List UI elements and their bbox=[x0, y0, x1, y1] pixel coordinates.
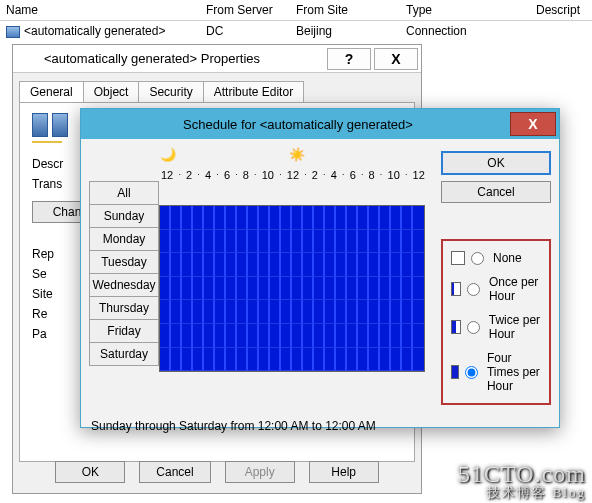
grid-cell[interactable] bbox=[347, 230, 358, 254]
grid-cell[interactable] bbox=[281, 206, 292, 230]
grid-cell[interactable] bbox=[413, 277, 424, 301]
grid-cell[interactable] bbox=[259, 300, 270, 324]
grid-cell[interactable] bbox=[237, 324, 248, 348]
grid-cell[interactable] bbox=[171, 324, 182, 348]
grid-cell[interactable] bbox=[204, 253, 215, 277]
grid-cell[interactable] bbox=[226, 324, 237, 348]
grid-cell[interactable] bbox=[226, 300, 237, 324]
grid-cell[interactable] bbox=[336, 324, 347, 348]
grid-cell[interactable] bbox=[193, 253, 204, 277]
grid-cell[interactable] bbox=[171, 277, 182, 301]
grid-cell[interactable] bbox=[270, 230, 281, 254]
grid-cell[interactable] bbox=[369, 300, 380, 324]
grid-cell[interactable] bbox=[402, 300, 413, 324]
grid-cell[interactable] bbox=[248, 206, 259, 230]
grid-cell[interactable] bbox=[325, 348, 336, 372]
grid-cell[interactable] bbox=[336, 348, 347, 372]
grid-cell[interactable] bbox=[193, 300, 204, 324]
grid-cell[interactable] bbox=[358, 348, 369, 372]
grid-cell[interactable] bbox=[303, 324, 314, 348]
grid-row[interactable] bbox=[160, 230, 424, 254]
tab-attribute-editor[interactable]: Attribute Editor bbox=[203, 81, 304, 102]
grid-cell[interactable] bbox=[182, 253, 193, 277]
grid-cell[interactable] bbox=[270, 253, 281, 277]
grid-cell[interactable] bbox=[215, 300, 226, 324]
grid-cell[interactable] bbox=[226, 253, 237, 277]
col-description-header[interactable]: Descript bbox=[530, 0, 590, 20]
grid-cell[interactable] bbox=[358, 253, 369, 277]
grid-cell[interactable] bbox=[226, 230, 237, 254]
grid-cell[interactable] bbox=[204, 300, 215, 324]
cancel-button[interactable]: Cancel bbox=[139, 461, 210, 483]
grid-cell[interactable] bbox=[391, 348, 402, 372]
grid-cell[interactable] bbox=[413, 253, 424, 277]
grid-cell[interactable] bbox=[402, 324, 413, 348]
grid-cell[interactable] bbox=[171, 300, 182, 324]
radio-four[interactable] bbox=[465, 366, 478, 379]
grid-cell[interactable] bbox=[303, 253, 314, 277]
grid-cell[interactable] bbox=[358, 300, 369, 324]
grid-cell[interactable] bbox=[160, 348, 171, 372]
grid-cell[interactable] bbox=[193, 230, 204, 254]
grid-cell[interactable] bbox=[292, 230, 303, 254]
grid-cell[interactable] bbox=[347, 348, 358, 372]
grid-cell[interactable] bbox=[248, 348, 259, 372]
grid-cell[interactable] bbox=[369, 253, 380, 277]
schedule-titlebar[interactable]: Schedule for <automatically generated> X bbox=[81, 109, 559, 139]
grid-cell[interactable] bbox=[270, 206, 281, 230]
grid-cell[interactable] bbox=[182, 348, 193, 372]
grid-cell[interactable] bbox=[237, 348, 248, 372]
col-type-header[interactable]: Type bbox=[400, 0, 530, 20]
grid-cell[interactable] bbox=[270, 300, 281, 324]
day-wednesday-button[interactable]: Wednesday bbox=[89, 273, 159, 297]
grid-cell[interactable] bbox=[171, 230, 182, 254]
grid-cell[interactable] bbox=[215, 206, 226, 230]
day-sunday-button[interactable]: Sunday bbox=[89, 204, 159, 228]
grid-cell[interactable] bbox=[182, 277, 193, 301]
grid-cell[interactable] bbox=[226, 206, 237, 230]
grid-cell[interactable] bbox=[193, 324, 204, 348]
col-fromserver-header[interactable]: From Server bbox=[200, 0, 290, 20]
grid-cell[interactable] bbox=[402, 277, 413, 301]
grid-cell[interactable] bbox=[380, 277, 391, 301]
grid-cell[interactable] bbox=[237, 230, 248, 254]
grid-cell[interactable] bbox=[160, 277, 171, 301]
grid-row[interactable] bbox=[160, 300, 424, 324]
grid-cell[interactable] bbox=[281, 324, 292, 348]
grid-cell[interactable] bbox=[391, 206, 402, 230]
grid-cell[interactable] bbox=[347, 324, 358, 348]
apply-button[interactable]: Apply bbox=[225, 461, 295, 483]
grid-cell[interactable] bbox=[281, 253, 292, 277]
grid-cell[interactable] bbox=[303, 277, 314, 301]
grid-cell[interactable] bbox=[325, 300, 336, 324]
grid-cell[interactable] bbox=[160, 253, 171, 277]
grid-cell[interactable] bbox=[259, 277, 270, 301]
grid-cell[interactable] bbox=[237, 277, 248, 301]
grid-cell[interactable] bbox=[171, 348, 182, 372]
grid-cell[interactable] bbox=[314, 206, 325, 230]
grid-cell[interactable] bbox=[358, 277, 369, 301]
grid-cell[interactable] bbox=[391, 230, 402, 254]
radio-twice[interactable] bbox=[467, 321, 480, 334]
grid-cell[interactable] bbox=[204, 206, 215, 230]
grid-cell[interactable] bbox=[402, 230, 413, 254]
grid-cell[interactable] bbox=[314, 230, 325, 254]
grid-row[interactable] bbox=[160, 253, 424, 277]
grid-cell[interactable] bbox=[413, 324, 424, 348]
grid-cell[interactable] bbox=[303, 348, 314, 372]
tab-object[interactable]: Object bbox=[83, 81, 140, 102]
grid-cell[interactable] bbox=[325, 230, 336, 254]
radio-none[interactable] bbox=[471, 252, 484, 265]
grid-cell[interactable] bbox=[259, 253, 270, 277]
grid-row[interactable] bbox=[160, 324, 424, 348]
grid-cell[interactable] bbox=[347, 206, 358, 230]
grid-cell[interactable] bbox=[270, 348, 281, 372]
grid-cell[interactable] bbox=[380, 348, 391, 372]
grid-cell[interactable] bbox=[358, 324, 369, 348]
grid-cell[interactable] bbox=[204, 324, 215, 348]
day-tuesday-button[interactable]: Tuesday bbox=[89, 250, 159, 274]
grid-cell[interactable] bbox=[182, 300, 193, 324]
grid-cell[interactable] bbox=[204, 348, 215, 372]
day-all-button[interactable]: All bbox=[89, 181, 159, 205]
grid-cell[interactable] bbox=[391, 277, 402, 301]
